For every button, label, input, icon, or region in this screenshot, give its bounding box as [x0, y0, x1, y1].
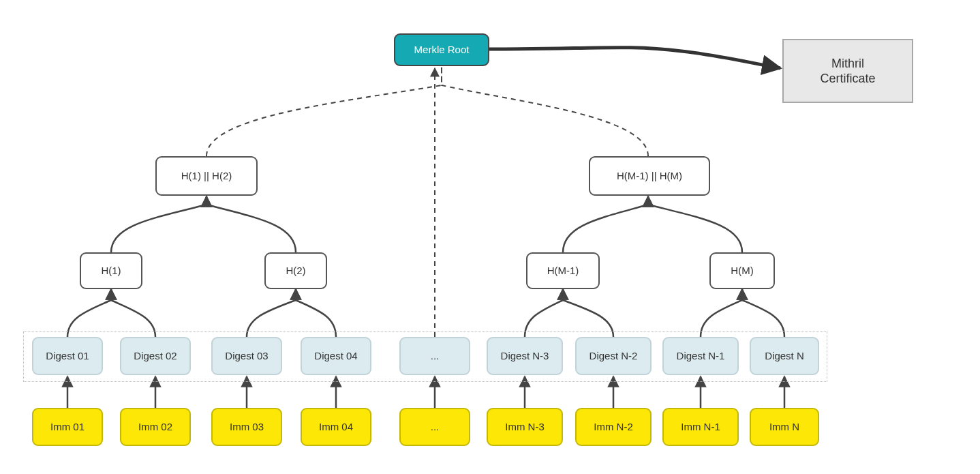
imm-n3-label: Imm N-3 — [505, 421, 545, 434]
imm-n2-node: Imm N-2 — [575, 408, 652, 446]
digest-mid-node: ... — [399, 337, 470, 375]
imm-01-node: Imm 01 — [32, 408, 103, 446]
digest-n1-node: Digest N-1 — [662, 337, 739, 375]
cert-line2: Certificate — [820, 71, 875, 87]
imm-03-label: Imm 03 — [230, 421, 264, 434]
imm-n1-node: Imm N-1 — [662, 408, 739, 446]
digest-02-node: Digest 02 — [120, 337, 191, 375]
imm-n1-label: Imm N-1 — [681, 421, 720, 434]
imm-01-label: Imm 01 — [50, 421, 85, 434]
h1-label: H(1) — [101, 265, 121, 278]
edge-d03-h2 — [247, 289, 296, 337]
edge-d02-h1 — [111, 289, 155, 337]
h2-label: H(2) — [286, 265, 305, 278]
digest-n-label: Digest N — [765, 350, 804, 363]
imm-03-node: Imm 03 — [211, 408, 282, 446]
digest-n3-node: Digest N-3 — [487, 337, 563, 375]
imm-02-label: Imm 02 — [138, 421, 172, 434]
imm-n-label: Imm N — [769, 421, 799, 434]
hm1-node: H(M-1) — [526, 252, 600, 289]
digest-02-label: Digest 02 — [134, 350, 177, 363]
edge-h2-pairL — [206, 196, 296, 252]
digest-04-node: Digest 04 — [301, 337, 371, 375]
edge-pairL-root — [206, 67, 442, 156]
cert-line1: Mithril — [820, 56, 875, 72]
digest-n-node: Digest N — [750, 337, 819, 375]
edge-d01-h1 — [67, 289, 111, 337]
imm-n3-node: Imm N-3 — [487, 408, 563, 446]
digest-03-node: Digest 03 — [211, 337, 282, 375]
digest-n2-label: Digest N-2 — [589, 350, 638, 363]
edge-h1-pairL — [111, 196, 206, 252]
digest-01-label: Digest 01 — [46, 350, 89, 363]
digest-01-node: Digest 01 — [32, 337, 103, 375]
edge-dn1-hm — [701, 289, 742, 337]
mithril-certificate-node: Mithril Certificate — [782, 39, 913, 103]
hm-node: H(M) — [709, 252, 775, 289]
pair-hm1hm-node: H(M-1) || H(M) — [589, 156, 710, 196]
digest-mid-label: ... — [431, 350, 440, 363]
edge-dn-hm — [742, 289, 784, 337]
merkle-root-node: Merkle Root — [394, 33, 489, 66]
imm-04-label: Imm 04 — [319, 421, 353, 434]
imm-02-node: Imm 02 — [120, 408, 191, 446]
h2-node: H(2) — [264, 252, 327, 289]
pair-h1h2-node: H(1) || H(2) — [155, 156, 258, 196]
edge-hm1-pairR — [563, 196, 648, 252]
h1-node: H(1) — [80, 252, 142, 289]
digest-n3-label: Digest N-3 — [501, 350, 549, 363]
imm-mid-node: ... — [399, 408, 470, 446]
imm-n2-label: Imm N-2 — [594, 421, 633, 434]
edge-dn2-hm1 — [563, 289, 613, 337]
digest-n2-node: Digest N-2 — [575, 337, 652, 375]
pair-hm1hm-label: H(M-1) || H(M) — [617, 170, 682, 183]
merkle-root-label: Merkle Root — [414, 44, 470, 57]
pair-h1h2-label: H(1) || H(2) — [181, 170, 232, 183]
edge-hm-pairR — [648, 196, 742, 252]
edge-dn3-hm1 — [525, 289, 563, 337]
edge-pairR-root — [442, 67, 648, 156]
edge-root-certificate — [489, 48, 780, 68]
imm-n-node: Imm N — [750, 408, 819, 446]
imm-mid-label: ... — [431, 421, 440, 434]
digest-n1-label: Digest N-1 — [677, 350, 725, 363]
digest-04-label: Digest 04 — [314, 350, 357, 363]
hm1-label: H(M-1) — [547, 265, 579, 278]
imm-04-node: Imm 04 — [301, 408, 371, 446]
digest-03-label: Digest 03 — [225, 350, 268, 363]
edge-d04-h2 — [296, 289, 336, 337]
hm-label: H(M) — [731, 265, 753, 278]
